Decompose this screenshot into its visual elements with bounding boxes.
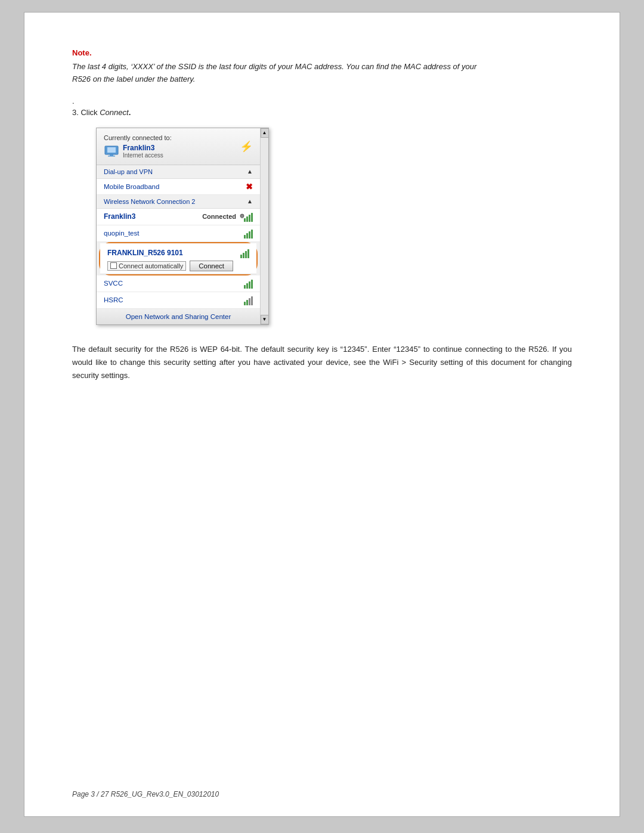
svg-rect-15 <box>240 255 242 258</box>
dialup-expand[interactable]: ▲ <box>247 168 253 175</box>
franklin-r526-name-label: FRANKLIN_R526 9101 <box>107 249 183 257</box>
connect-auto-checkbox[interactable]: Connect automatically <box>107 261 186 271</box>
scroll-down-button[interactable]: ▼ <box>261 315 269 324</box>
franklin3-signal-icon <box>240 212 253 222</box>
dialup-section-header: Dial-up and VPN ▲ <box>97 165 260 179</box>
dot-separator: . <box>72 97 572 106</box>
svg-rect-10 <box>251 213 253 222</box>
svg-rect-1 <box>107 147 116 153</box>
franklin-r526-highlight: FRANKLIN_R526 9101 Connect automatically <box>99 242 258 275</box>
svcc-signal-icon <box>240 278 253 289</box>
franklin-r526-signal-icon <box>236 248 249 258</box>
wifi-header-icon: ⚡ <box>240 140 253 152</box>
svg-rect-26 <box>251 296 253 305</box>
connected-network-name: Franklin3 <box>123 144 163 152</box>
svg-rect-8 <box>246 216 248 222</box>
popup-content: Currently connected to: Franklin3 Intern… <box>97 128 260 324</box>
connected-status-label: Connected <box>202 213 236 220</box>
auto-checkbox-box[interactable] <box>110 262 117 269</box>
network-computer-icon <box>104 144 119 157</box>
svg-rect-6 <box>242 216 243 218</box>
svg-rect-22 <box>251 280 253 289</box>
wireless-label: Wireless Network Connection 2 <box>104 198 195 205</box>
svg-rect-25 <box>249 298 250 305</box>
svg-rect-14 <box>251 230 253 239</box>
body-paragraph: The default security for the R526 is WEP… <box>72 343 572 382</box>
svg-rect-7 <box>244 218 246 222</box>
step-3-line: 3. Click Connect. <box>72 108 572 117</box>
svg-rect-18 <box>247 249 249 258</box>
scroll-up-button[interactable]: ▲ <box>261 128 269 138</box>
quopin-test-row[interactable]: quopin_test <box>97 225 260 242</box>
note-label: Note. <box>72 48 572 57</box>
hsrc-name: HSRC <box>104 296 123 304</box>
scroll-track <box>261 138 268 315</box>
connect-auto-label: Connect automatically <box>119 262 183 270</box>
connect-controls-row: Connect automatically Connect <box>107 261 249 271</box>
network-popup: ▲ ▼ Currently connected to: <box>96 128 269 325</box>
franklin3-name: Franklin3 <box>104 212 135 221</box>
mobile-broadband-x-icon: ✖ <box>246 182 253 191</box>
svg-rect-16 <box>243 253 244 258</box>
page-footer: Page 3 / 27 R526_UG_Rev3.0_EN_03012010 <box>72 790 219 798</box>
quopin-signal-icon <box>240 228 253 239</box>
svg-rect-13 <box>249 231 250 239</box>
svg-text:⚡: ⚡ <box>240 140 253 152</box>
quopin-test-name: quopin_test <box>104 230 139 237</box>
note-text: The last 4 digits, ‘XXXX’ of the SSID is… <box>72 61 572 86</box>
connected-info: Currently connected to: Franklin3 Intern… <box>104 134 172 159</box>
connect-button[interactable]: Connect <box>190 261 233 271</box>
svg-rect-3 <box>108 156 115 157</box>
open-network-link[interactable]: Open Network and Sharing Center <box>97 309 260 324</box>
svg-rect-11 <box>244 235 246 239</box>
franklin-r526-row: FRANKLIN_R526 9101 Connect automatically <box>100 243 256 274</box>
document-page: Note. The last 4 digits, ‘XXXX’ of the S… <box>24 12 620 817</box>
popup-header: Currently connected to: Franklin3 Intern… <box>97 128 260 165</box>
mobile-broadband-row: Mobile Broadband ✖ <box>97 179 260 195</box>
svg-rect-19 <box>244 285 246 289</box>
hsrc-row[interactable]: HSRC <box>97 292 260 309</box>
dialup-label: Dial-up and VPN <box>104 168 153 175</box>
svg-rect-21 <box>249 281 250 289</box>
mobile-broadband-label: Mobile Broadband <box>104 183 159 190</box>
svg-rect-17 <box>245 251 247 258</box>
wireless-section-header: Wireless Network Connection 2 ▲ <box>97 195 260 209</box>
svg-rect-20 <box>246 283 248 289</box>
connected-network-sub: Internet access <box>123 152 163 159</box>
franklin3-row: Franklin3 Connected <box>97 209 260 225</box>
svg-rect-2 <box>110 154 113 156</box>
svcc-name: SVCC <box>104 280 123 287</box>
currently-connected-label: Currently connected to: <box>104 134 172 141</box>
connected-item: Franklin3 Internet access <box>104 144 172 159</box>
svg-rect-24 <box>246 300 248 305</box>
svg-rect-9 <box>249 215 250 222</box>
hsrc-signal-icon <box>240 295 253 305</box>
svg-rect-12 <box>246 233 248 239</box>
svcc-row[interactable]: SVCC <box>97 275 260 292</box>
wireless-expand[interactable]: ▲ <box>247 198 253 205</box>
scrollbar[interactable]: ▲ ▼ <box>260 128 268 324</box>
svg-rect-23 <box>244 302 246 305</box>
